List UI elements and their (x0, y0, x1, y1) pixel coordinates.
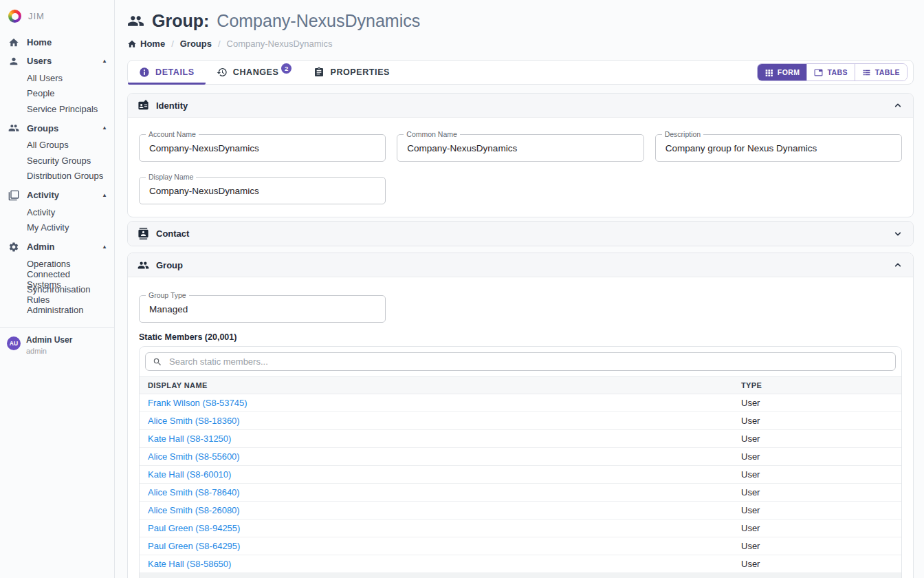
contact-section-header[interactable]: Contact (128, 222, 913, 246)
breadcrumb: Home / Groups / Company-NexusDynamics (127, 39, 914, 49)
collapse-arrow-icon[interactable]: ▴ (103, 193, 106, 198)
member-link[interactable]: Paul Green (S8-64295) (148, 541, 240, 551)
static-members-panel: DISPLAY NAME TYPE Frank Wilson (S8-53745… (139, 346, 902, 578)
description-input[interactable] (664, 142, 893, 154)
group-section: Group Group Type Static Members (20,001) (127, 253, 914, 578)
tabs-view-button[interactable]: TABS (806, 64, 854, 81)
brand[interactable]: JIM (0, 7, 114, 33)
sidebar: JIM Home Users ▴ All Users People Servic… (0, 0, 115, 578)
group-title-icon (127, 12, 144, 30)
history-icon (217, 67, 228, 78)
sidebar-item-service-principals[interactable]: Service Principals (0, 101, 114, 117)
sidebar-item-label: Users (27, 56, 52, 66)
member-type: User (733, 537, 901, 555)
collapse-arrow-icon[interactable]: ▴ (103, 244, 106, 250)
gear-icon (8, 242, 19, 253)
tab-changes[interactable]: CHANGES 2 (206, 60, 303, 85)
table-row: Alice Smith (S8-78640) User (140, 484, 901, 502)
collapse-arrow-icon[interactable]: ▴ (103, 58, 106, 64)
table-row: Paul Green (S8-94255) User (140, 520, 901, 537)
sidebar-item-all-groups[interactable]: All Groups (0, 138, 114, 153)
tab-label: DETAILS (155, 67, 195, 77)
user-icon (8, 56, 19, 67)
contact-card-icon (138, 228, 149, 239)
sidebar-item-security-groups[interactable]: Security Groups (0, 153, 114, 169)
member-link[interactable]: Kate Hall (S8-58650) (148, 559, 231, 569)
member-link[interactable]: Alice Smith (S8-78640) (148, 487, 240, 497)
member-link[interactable]: Frank Wilson (S8-53745) (148, 398, 248, 408)
common-name-field[interactable]: Common Name (397, 134, 644, 162)
sidebar-user[interactable]: AU Admin User admin (0, 327, 114, 363)
breadcrumb-groups[interactable]: Groups (180, 39, 212, 49)
member-type: User (733, 448, 901, 466)
collapse-arrow-icon[interactable]: ▴ (103, 125, 106, 131)
sidebar-item-synchronisation-rules[interactable]: Synchronisation Rules (0, 287, 114, 303)
tab-properties[interactable]: PROPERTIES (302, 60, 401, 85)
sidebar-item-label: Groups (27, 123, 58, 133)
description-field[interactable]: Description (655, 134, 902, 162)
display-name-field[interactable]: Display Name (139, 177, 386, 204)
tab-label: CHANGES (233, 67, 279, 77)
grid-icon (764, 68, 773, 77)
identity-fields: Account Name Common Name Description Dis… (128, 118, 913, 217)
table-row: Kate Hall (S8-60010) User (140, 466, 901, 484)
member-link[interactable]: Alice Smith (S8-26080) (148, 505, 240, 515)
sidebar-item-activity[interactable]: Activity ▴ (0, 186, 114, 204)
common-name-input[interactable] (406, 142, 635, 154)
account-name-field[interactable]: Account Name (139, 134, 386, 162)
member-link[interactable]: Alice Smith (S8-18360) (148, 416, 240, 426)
sidebar-item-home[interactable]: Home (0, 33, 114, 52)
sidebar-item-groups[interactable]: Groups ▴ (0, 119, 114, 138)
group-type-input[interactable] (148, 303, 377, 315)
table-row: Alice Smith (S8-55600) User (140, 448, 901, 466)
chevron-down-icon[interactable] (892, 228, 903, 239)
breadcrumb-home[interactable]: Home (127, 39, 165, 49)
sidebar-item-activity-sub[interactable]: Activity (0, 204, 114, 220)
member-link[interactable]: Paul Green (S8-94255) (148, 523, 240, 533)
member-link[interactable]: Alice Smith (S8-55600) (148, 451, 240, 462)
table-row: Frank Wilson (S8-53745) User (140, 394, 901, 412)
sidebar-item-distribution-groups[interactable]: Distribution Groups (0, 169, 114, 184)
group-type-field[interactable]: Group Type (139, 295, 386, 323)
brand-name: JIM (28, 11, 45, 21)
display-name-input[interactable] (148, 185, 377, 197)
chevron-up-icon[interactable] (892, 100, 903, 111)
group-section-header[interactable]: Group (128, 253, 913, 277)
groups-icon (8, 122, 19, 133)
field-label: Common Name (404, 130, 460, 138)
sidebar-item-users[interactable]: Users ▴ (0, 52, 114, 70)
tab-details[interactable]: DETAILS (128, 60, 206, 85)
home-icon (127, 39, 137, 49)
id-card-icon (138, 100, 149, 111)
table-view-button[interactable]: TABLE (855, 64, 907, 81)
identity-section-header[interactable]: Identity (128, 94, 913, 118)
column-header-display-name: DISPLAY NAME (140, 377, 733, 394)
member-link[interactable]: Kate Hall (S8-31250) (148, 434, 231, 444)
account-name-input[interactable] (148, 142, 377, 154)
sidebar-item-admin[interactable]: Admin ▴ (0, 237, 114, 256)
members-search[interactable] (145, 352, 896, 371)
identity-section: Identity Account Name Common Name Descri… (127, 93, 914, 217)
chevron-up-icon[interactable] (892, 259, 903, 270)
view-button-label: TABS (827, 68, 847, 76)
search-icon (153, 357, 162, 367)
sidebar-item-label: Home (27, 37, 52, 47)
sidebar-item-my-activity[interactable]: My Activity (0, 220, 114, 236)
user-name: Admin User (26, 335, 72, 345)
member-type: User (733, 555, 901, 573)
breadcrumb-separator: / (171, 39, 174, 49)
member-type: User (733, 502, 901, 520)
table-row: Kate Hall (S8-58650) User (140, 555, 901, 573)
tab-bar: DETAILS CHANGES 2 PROPERTIES FORM TABS T… (127, 60, 914, 85)
member-type: User (733, 466, 901, 484)
members-search-input[interactable] (168, 356, 888, 367)
form-view-button[interactable]: FORM (758, 64, 807, 81)
sidebar-item-all-users[interactable]: All Users (0, 70, 114, 86)
view-button-label: TABLE (875, 68, 900, 76)
group-section-body: Group Type Static Members (20,001) DISPL… (128, 277, 913, 578)
column-header-type: TYPE (733, 377, 901, 394)
member-type: User (733, 520, 901, 537)
tab-label: PROPERTIES (330, 67, 390, 77)
member-link[interactable]: Kate Hall (S8-60010) (148, 469, 231, 480)
sidebar-item-people[interactable]: People (0, 86, 114, 102)
